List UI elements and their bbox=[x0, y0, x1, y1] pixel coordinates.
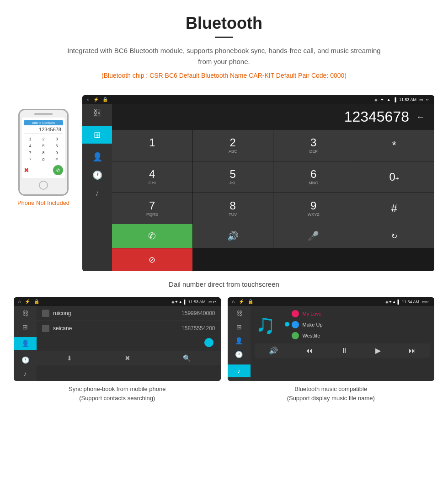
volume-button[interactable]: 🔊 bbox=[193, 224, 273, 248]
back-icon: ↩ bbox=[426, 97, 430, 102]
car-dial-screen: ⌂ ⚡ 🔒 ◈ ✦ ▲ ▐ 11:53 AM ▭ ↩ ⛓ ⊞ 👤 🕐 bbox=[82, 95, 434, 271]
dial-key-3[interactable]: 3 DEF bbox=[273, 130, 354, 161]
track-dot-1 bbox=[292, 310, 299, 317]
contacts-status-left: ⌂ ⚡ 🔒 bbox=[18, 299, 39, 304]
contacts-statusbar: ⌂ ⚡ 🔒 ◈✦▲▐ 11:53 AM ▭↩ bbox=[14, 297, 221, 306]
contacts-time: 11:53 AM bbox=[188, 300, 205, 304]
page-header: Bluetooth Integrated with BC6 Bluetooth … bbox=[0, 0, 448, 95]
dial-display: 12345678 ← bbox=[112, 104, 434, 130]
dial-backspace-btn[interactable]: ← bbox=[416, 112, 425, 122]
music-track-list: My Love Make Up Westlife bbox=[292, 308, 430, 341]
phone-speaker bbox=[34, 113, 53, 115]
dial-key-1[interactable]: 1 bbox=[112, 130, 192, 161]
ms-music-icon[interactable]: ♪ bbox=[228, 364, 251, 377]
phone-screen: Add to Contacts 12345678 1 2 3 4 5 6 7 8… bbox=[22, 118, 65, 178]
music-status-right: ◈✦▲▐ 11:54 AM ▭↩ bbox=[385, 300, 430, 304]
music-content: ♫ My Love Make Up bbox=[251, 306, 435, 360]
dial-key-star[interactable]: * bbox=[354, 130, 435, 161]
music-statusbar: ⌂ ⚡ 🔒 ◈✦▲▐ 11:54 AM ▭↩ bbox=[228, 297, 435, 306]
dial-key-4[interactable]: 4 GHI bbox=[112, 161, 192, 193]
sidebar-link-icon[interactable]: ⛓ bbox=[93, 108, 101, 118]
music-time: 11:54 AM bbox=[402, 300, 419, 304]
dial-key-hash[interactable]: # bbox=[354, 193, 435, 224]
contacts-status-right: ◈✦▲▐ 11:53 AM ▭↩ bbox=[171, 300, 216, 304]
refresh-button[interactable]: ↻ bbox=[354, 224, 435, 248]
download-icon[interactable]: ⬇ bbox=[67, 354, 72, 362]
call-button[interactable]: ✆ bbox=[112, 224, 192, 248]
contact-row-2: seicane 15875554200 bbox=[37, 321, 221, 336]
phone-mockup: Add to Contacts 12345678 1 2 3 4 5 6 7 8… bbox=[14, 95, 73, 206]
sidebar-history-icon[interactable]: 🕐 bbox=[92, 170, 102, 180]
ps-call-row: ✖ ✆ bbox=[24, 165, 63, 175]
music-screen: ⌂ ⚡ 🔒 ◈✦▲▐ 11:54 AM ▭↩ ⛓ ⊞ 👤 🕐 ♪ bbox=[228, 297, 435, 381]
music-body: ⛓ ⊞ 👤 🕐 ♪ ♫ bbox=[228, 306, 435, 381]
dial-key-0plus[interactable]: 0+ bbox=[354, 161, 435, 193]
ms-contacts-icon[interactable]: 👤 bbox=[235, 337, 243, 344]
search-icon[interactable]: 🔍 bbox=[183, 354, 191, 362]
cs-music-icon[interactable]: ♪ bbox=[24, 370, 27, 377]
statusbar-right: ◈ ✦ ▲ ▐ 11:53 AM ▭ ↩ bbox=[374, 97, 430, 102]
track-name-3: Westlife bbox=[303, 333, 320, 338]
ms-history-icon[interactable]: 🕐 bbox=[235, 351, 243, 358]
music-indicator-dot bbox=[285, 322, 289, 327]
dial-key-8[interactable]: 8 TUV bbox=[193, 193, 273, 224]
dial-key-2[interactable]: 2 ABC bbox=[193, 130, 273, 161]
sidebar-music-icon[interactable]: ♪ bbox=[95, 188, 99, 198]
contact-name-2: seicane bbox=[53, 325, 178, 332]
dial-key-5[interactable]: 5 JKL bbox=[193, 161, 273, 193]
contacts-list: ruicong 15999640000 seicane 15875554200 bbox=[37, 306, 221, 336]
track-item-2: Make Up bbox=[292, 319, 430, 330]
mic-button[interactable]: 🎤 bbox=[273, 224, 354, 248]
music-caption: Bluetooth music compatible (Support disp… bbox=[228, 385, 435, 402]
next-icon[interactable]: ⏭ bbox=[409, 347, 416, 355]
car-body: ⛓ ⊞ 👤 🕐 ♪ 12345678 ← 1 bbox=[82, 104, 434, 271]
statusbar-left: ⌂ ⚡ 🔒 bbox=[87, 97, 108, 102]
cs-contacts-icon[interactable]: 👤 bbox=[14, 337, 37, 350]
page-description: Integrated with BC6 Bluetooth module, su… bbox=[64, 45, 384, 67]
cs-grid-icon[interactable]: ⊞ bbox=[22, 323, 28, 331]
contacts-screen: ⌂ ⚡ 🔒 ◈✦▲▐ 11:53 AM ▭↩ ⛓ ⊞ 👤 🕐 ♪ bbox=[14, 297, 221, 381]
dial-grid: 1 2 ABC 3 DEF * bbox=[112, 130, 434, 224]
volume-ctrl-icon[interactable]: 🔊 bbox=[269, 346, 278, 355]
cs-link-icon[interactable]: ⛓ bbox=[22, 310, 28, 317]
signal-icon: ▐ bbox=[394, 97, 396, 102]
dial-caption: Dail number direct from touchscreen bbox=[14, 280, 434, 288]
ps-numpad: 1 2 3 4 5 6 7 8 9 * 0 # bbox=[24, 136, 63, 163]
dial-main: 12345678 ← 1 2 ABC 3 DEF bbox=[112, 104, 434, 271]
contacts-main: ruicong 15999640000 seicane 15875554200 bbox=[37, 306, 221, 381]
dial-key-6[interactable]: 6 MNO bbox=[273, 161, 354, 193]
music-artwork: ♫ bbox=[255, 308, 287, 340]
sidebar-contacts-icon[interactable]: 👤 bbox=[92, 152, 102, 162]
delete-icon[interactable]: ✖ bbox=[125, 354, 130, 362]
dial-key-9[interactable]: 9 WXYZ bbox=[273, 193, 354, 224]
music-main-area: ♫ My Love Make Up bbox=[251, 306, 435, 381]
contact-row-1: ruicong 15999640000 bbox=[37, 306, 221, 321]
ps-call-btn[interactable]: ✆ bbox=[53, 165, 63, 175]
car-statusbar: ⌂ ⚡ 🔒 ◈ ✦ ▲ ▐ 11:53 AM ▭ ↩ bbox=[82, 95, 434, 104]
ms-grid-icon[interactable]: ⊞ bbox=[236, 323, 242, 331]
track-item-1: My Love bbox=[292, 308, 430, 319]
location-icon: ◈ bbox=[374, 97, 378, 102]
title-divider bbox=[215, 37, 233, 38]
contact-icon-2 bbox=[42, 325, 49, 332]
contacts-screen-wrap: ⌂ ⚡ 🔒 ◈✦▲▐ 11:53 AM ▭↩ ⛓ ⊞ 👤 🕐 ♪ bbox=[14, 297, 221, 402]
contact-icon-1 bbox=[42, 310, 49, 317]
ps-number: 12345678 bbox=[24, 125, 63, 134]
dial-key-7[interactable]: 7 PQRS bbox=[112, 193, 192, 224]
main-section: Add to Contacts 12345678 1 2 3 4 5 6 7 8… bbox=[0, 95, 448, 271]
cs-history-icon[interactable]: 🕐 bbox=[21, 356, 29, 364]
music-screen-wrap: ⌂ ⚡ 🔒 ◈✦▲▐ 11:54 AM ▭↩ ⛓ ⊞ 👤 🕐 ♪ bbox=[228, 297, 435, 402]
prev-icon[interactable]: ⏮ bbox=[305, 347, 313, 355]
lock-icon: 🔒 bbox=[102, 97, 108, 102]
music-status-left: ⌂ ⚡ 🔒 bbox=[232, 299, 253, 304]
wifi-icon: ▲ bbox=[387, 97, 391, 102]
bluetooth-icon: ✦ bbox=[380, 97, 384, 102]
music-note-icon: ♫ bbox=[255, 309, 276, 339]
pause-icon[interactable]: ⏸ bbox=[341, 347, 348, 355]
play-icon[interactable]: ▶ bbox=[375, 346, 381, 355]
track-name-2: Make Up bbox=[303, 322, 323, 327]
sidebar-grid-icon[interactable]: ⊞ bbox=[82, 126, 112, 144]
m-usb-icon: ⚡ bbox=[239, 299, 244, 304]
ms-link-icon[interactable]: ⛓ bbox=[236, 310, 242, 317]
hangup-button[interactable]: ⊘ bbox=[112, 248, 192, 271]
